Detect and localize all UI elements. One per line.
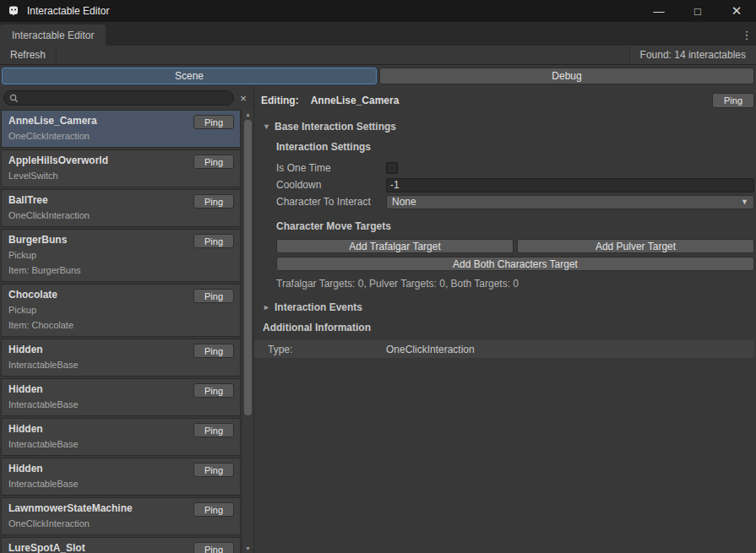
- view-tabs: Scene Debug: [0, 65, 756, 87]
- foldout-open-icon: ▼: [263, 122, 275, 131]
- type-value: OneClickInteraction: [386, 344, 475, 355]
- item-type: Pickup: [8, 305, 233, 316]
- additional-information-header: Additional Information: [263, 322, 754, 333]
- clear-search-button[interactable]: ×: [237, 92, 250, 105]
- list-item[interactable]: BallTree OneClickInteraction Ping: [1, 189, 241, 227]
- type-row: Type: OneClickInteraction: [254, 340, 754, 358]
- search-field[interactable]: [3, 90, 234, 106]
- search-row: ×: [0, 87, 253, 109]
- ping-button[interactable]: Ping: [193, 383, 234, 398]
- foldout-label: Interaction Events: [275, 301, 362, 313]
- add-both-characters-target-button[interactable]: Add Both Characters Target: [276, 257, 754, 271]
- ping-button[interactable]: Ping: [193, 344, 234, 358]
- character-to-interact-label: Character To Interact: [276, 196, 386, 208]
- foldout-closed-icon: ►: [263, 303, 275, 312]
- scrollbar-thumb[interactable]: [244, 120, 252, 415]
- item-type: InteractableBase: [8, 479, 233, 490]
- found-count: Found: 14 interactables: [629, 46, 756, 64]
- interaction-settings-header: Interaction Settings: [276, 141, 754, 153]
- editing-row: Editing: AnneLise_Camera Ping: [261, 92, 754, 109]
- is-one-time-row: Is One Time: [276, 160, 754, 176]
- targets-summary: Trafalgar Targets: 0, Pulver Targets: 0,…: [276, 278, 754, 290]
- add-trafalgar-target-button[interactable]: Add Trafalgar Target: [276, 239, 514, 253]
- ping-button[interactable]: Ping: [193, 542, 234, 553]
- editing-value: AnneLise_Camera: [311, 95, 400, 106]
- tab-scene[interactable]: Scene: [2, 68, 377, 84]
- ping-button[interactable]: Ping: [193, 194, 234, 209]
- cooldown-label: Cooldown: [276, 179, 386, 191]
- editing-label: Editing:: [261, 95, 299, 106]
- ping-button[interactable]: Ping: [193, 502, 234, 517]
- ping-button[interactable]: Ping: [193, 234, 234, 248]
- target-buttons-row: Add Trafalgar Target Add Pulver Target: [276, 239, 754, 253]
- more-menu-icon[interactable]: ⋮: [741, 29, 753, 41]
- list-item[interactable]: Hidden InteractableBase Ping: [1, 339, 241, 377]
- cooldown-row: Cooldown: [276, 176, 754, 193]
- item-type: OneClickInteraction: [8, 210, 233, 221]
- base-settings-section: Interaction Settings Is One Time Cooldow…: [261, 141, 754, 290]
- type-label: Type:: [268, 344, 386, 355]
- toolbar: Refresh Found: 14 interactables: [0, 46, 756, 65]
- tab-debug[interactable]: Debug: [379, 68, 754, 84]
- close-button[interactable]: ✕: [717, 0, 756, 22]
- search-input[interactable]: [22, 93, 228, 103]
- list-item[interactable]: Hidden InteractableBase Ping: [1, 458, 241, 496]
- minimize-button[interactable]: —: [639, 0, 678, 22]
- window-controls: — □ ✕: [639, 0, 756, 22]
- foldout-base-interaction-settings[interactable]: ▼ Base Interaction Settings: [263, 121, 754, 133]
- character-to-interact-row: Character To Interact None ▼: [276, 193, 754, 210]
- list-item[interactable]: Hidden InteractableBase Ping: [1, 418, 241, 456]
- editor-tab-strip: Interactable Editor ⋮: [0, 22, 756, 46]
- main-content: × AnneLise_Camera OneClickInteraction Pi…: [0, 87, 756, 553]
- scroll-up-button[interactable]: ▲: [242, 109, 253, 119]
- item-type: LevelSwitch: [8, 171, 233, 182]
- ping-button[interactable]: Ping: [193, 115, 234, 129]
- item-type: InteractableBase: [8, 360, 233, 371]
- item-type: OneClickInteraction: [8, 131, 233, 142]
- list-item[interactable]: BurgerBuns Pickup Item: BurgerBuns Ping: [1, 229, 241, 282]
- list-item[interactable]: LawnmowerStateMachine OneClickInteractio…: [1, 497, 241, 535]
- character-dropdown[interactable]: None ▼: [386, 195, 754, 209]
- character-dropdown-value: None: [392, 196, 416, 208]
- interactable-list: AnneLise_Camera OneClickInteraction Ping…: [0, 109, 242, 553]
- list-item[interactable]: LureSpotA_Slot Ping: [1, 537, 241, 553]
- item-detail: Item: Chocolate: [8, 320, 233, 331]
- list-wrap: AnneLise_Camera OneClickInteraction Ping…: [0, 109, 253, 553]
- editor-panel: Editing: AnneLise_Camera Ping ▼ Base Int…: [254, 87, 756, 553]
- item-type: InteractableBase: [8, 399, 233, 410]
- scene-list-panel: × AnneLise_Camera OneClickInteraction Pi…: [0, 87, 254, 553]
- character-move-targets-header: Character Move Targets: [276, 220, 754, 232]
- add-pulver-target-button[interactable]: Add Pulver Target: [517, 239, 754, 253]
- list-item[interactable]: Hidden InteractableBase Ping: [1, 378, 241, 416]
- list-item[interactable]: AnneLise_Camera OneClickInteraction Ping: [1, 110, 241, 148]
- list-scrollbar[interactable]: ▲ ▼: [242, 109, 253, 553]
- search-icon: [9, 94, 19, 103]
- refresh-button[interactable]: Refresh: [0, 46, 57, 64]
- foldout-label: Base Interaction Settings: [275, 121, 396, 133]
- editor-ping-button[interactable]: Ping: [712, 93, 754, 108]
- maximize-button[interactable]: □: [678, 0, 717, 22]
- list-item[interactable]: Chocolate Pickup Item: Chocolate Ping: [1, 284, 241, 337]
- scroll-down-button[interactable]: ▼: [242, 543, 253, 553]
- item-type: OneClickInteraction: [8, 518, 233, 529]
- item-detail: Item: BurgerBuns: [8, 265, 233, 276]
- is-one-time-label: Is One Time: [276, 162, 386, 174]
- title-bar: Interactable Editor — □ ✕: [0, 0, 756, 22]
- app-icon: [7, 4, 20, 18]
- tab-interactable-editor[interactable]: Interactable Editor: [0, 24, 106, 46]
- cooldown-input[interactable]: [386, 178, 754, 192]
- ping-button[interactable]: Ping: [193, 155, 234, 169]
- is-one-time-checkbox[interactable]: [386, 162, 398, 174]
- ping-button[interactable]: Ping: [193, 289, 234, 303]
- item-type: InteractableBase: [8, 439, 233, 450]
- ping-button[interactable]: Ping: [193, 463, 234, 477]
- item-type: Pickup: [8, 250, 233, 261]
- foldout-interaction-events[interactable]: ► Interaction Events: [263, 301, 754, 313]
- list-item[interactable]: AppleHillsOverworld LevelSwitch Ping: [1, 149, 241, 187]
- ping-button[interactable]: Ping: [193, 423, 234, 437]
- dropdown-arrow-icon: ▼: [741, 198, 748, 206]
- window-title: Interactable Editor: [27, 5, 109, 17]
